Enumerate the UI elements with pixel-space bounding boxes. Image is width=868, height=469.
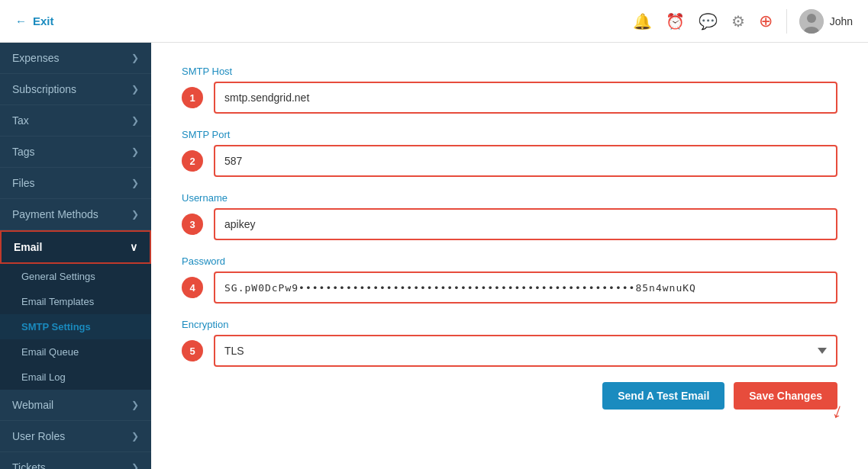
svg-point-1 xyxy=(807,14,816,23)
exit-button[interactable]: ← Exit xyxy=(15,14,54,27)
password-label: Password xyxy=(182,255,837,267)
encryption-label: Encryption xyxy=(182,319,837,330)
chevron-right-icon: ❯ xyxy=(131,84,139,95)
chevron-right-icon: ❯ xyxy=(131,178,139,188)
smtp-port-label: SMTP Port xyxy=(182,129,837,140)
chevron-right-icon: ❯ xyxy=(131,400,139,410)
email-section: Email ∨ General Settings Email Templates… xyxy=(0,230,151,390)
sidebar-item-tags[interactable]: Tags ❯ xyxy=(0,137,151,168)
gear-icon[interactable]: ⚙ xyxy=(731,12,745,31)
chevron-right-icon: ❯ xyxy=(131,431,139,442)
password-input[interactable] xyxy=(214,271,837,304)
sidebar-label-user-roles: User Roles xyxy=(12,430,65,442)
chevron-right-icon: ❯ xyxy=(131,115,139,126)
sidebar-label-tax: Tax xyxy=(12,114,29,127)
step-5-badge: 5 xyxy=(182,340,203,361)
sidebar-label-subscriptions: Subscriptions xyxy=(12,83,76,95)
smtp-host-row: 1 xyxy=(182,82,837,114)
main-layout: Expenses ❯ Subscriptions ❯ Tax ❯ Tags ❯ … xyxy=(0,43,868,469)
button-row: Send A Test Email Save Changes ↓ xyxy=(182,382,837,410)
sidebar-item-email[interactable]: Email ∨ xyxy=(0,230,151,264)
content-area: SMTP Host 1 SMTP Port 2 Username 3 Passw… xyxy=(151,43,868,469)
sidebar-item-expenses[interactable]: Expenses ❯ xyxy=(0,43,151,74)
chevron-right-icon: ❯ xyxy=(131,462,139,469)
sidebar-label-expenses: Expenses xyxy=(12,52,59,64)
bell-icon[interactable]: 🔔 xyxy=(633,12,652,31)
sidebar-item-files[interactable]: Files ❯ xyxy=(0,168,151,199)
sidebar-item-webmail[interactable]: Webmail ❯ xyxy=(0,390,151,421)
sidebar-item-subscriptions[interactable]: Subscriptions ❯ xyxy=(0,74,151,105)
chevron-right-icon: ❯ xyxy=(131,146,139,157)
username-row: 3 xyxy=(182,208,837,240)
sidebar-label-files: Files xyxy=(12,177,35,189)
sidebar-label-tags: Tags xyxy=(12,146,35,158)
smtp-host-group: SMTP Host 1 xyxy=(182,66,837,114)
user-menu[interactable]: John xyxy=(786,9,853,34)
username-group: Username 3 xyxy=(182,192,837,240)
smtp-port-input[interactable] xyxy=(214,145,837,177)
send-test-email-button[interactable]: Send A Test Email xyxy=(602,382,724,410)
password-group: Password 4 xyxy=(182,255,837,304)
smtp-port-row: 2 xyxy=(182,145,837,177)
sidebar-label-email: Email xyxy=(14,241,42,253)
sidebar-label-payment-methods: Payment Methods xyxy=(12,208,98,220)
clock-icon[interactable]: ⏰ xyxy=(666,12,685,31)
password-row: 4 xyxy=(182,271,837,304)
sidebar-item-email-log[interactable]: Email Log xyxy=(0,365,151,390)
sidebar: Expenses ❯ Subscriptions ❯ Tax ❯ Tags ❯ … xyxy=(0,43,151,469)
smtp-port-group: SMTP Port 2 xyxy=(182,129,837,177)
sidebar-item-email-templates[interactable]: Email Templates xyxy=(0,289,151,314)
email-sub-menu: General Settings Email Templates SMTP Se… xyxy=(0,264,151,390)
chevron-down-icon: ∨ xyxy=(130,241,137,253)
encryption-row: 5 TLS SSL None xyxy=(182,335,837,367)
avatar xyxy=(799,9,824,34)
exit-icon: ← xyxy=(15,14,27,27)
chevron-right-icon: ❯ xyxy=(131,53,139,63)
add-circle-icon[interactable]: ⊕ xyxy=(759,11,773,31)
encryption-group: Encryption 5 TLS SSL None xyxy=(182,319,837,367)
sidebar-item-payment-methods[interactable]: Payment Methods ❯ xyxy=(0,199,151,230)
sidebar-item-general-settings[interactable]: General Settings xyxy=(0,264,151,289)
smtp-host-label: SMTP Host xyxy=(182,66,837,77)
sidebar-item-tax[interactable]: Tax ❯ xyxy=(0,105,151,137)
encryption-select[interactable]: TLS SSL None xyxy=(214,335,837,367)
chevron-right-icon: ❯ xyxy=(131,209,139,220)
step-3-badge: 3 xyxy=(182,214,203,235)
sidebar-label-tickets: Tickets xyxy=(12,461,46,469)
step-1-badge: 1 xyxy=(182,87,203,108)
username-input[interactable] xyxy=(214,208,837,240)
sidebar-item-email-queue[interactable]: Email Queue xyxy=(0,339,151,365)
sidebar-item-user-roles[interactable]: User Roles ❯ xyxy=(0,421,151,452)
sidebar-item-tickets[interactable]: Tickets ❯ xyxy=(0,452,151,469)
smtp-host-input[interactable] xyxy=(214,82,837,114)
app-header: ← Exit 🔔 ⏰ 💬 ⚙ ⊕ John xyxy=(0,0,868,43)
user-name: John xyxy=(830,15,853,27)
sidebar-item-smtp-settings[interactable]: SMTP Settings xyxy=(0,314,151,339)
chat-icon[interactable]: 💬 xyxy=(699,12,718,31)
sidebar-label-webmail: Webmail xyxy=(12,399,53,411)
exit-label: Exit xyxy=(33,14,54,27)
save-changes-button[interactable]: Save Changes xyxy=(734,382,837,410)
header-icons: 🔔 ⏰ 💬 ⚙ ⊕ John xyxy=(633,9,853,34)
step-4-badge: 4 xyxy=(182,277,203,298)
step-2-badge: 2 xyxy=(182,150,203,172)
username-label: Username xyxy=(182,192,837,204)
